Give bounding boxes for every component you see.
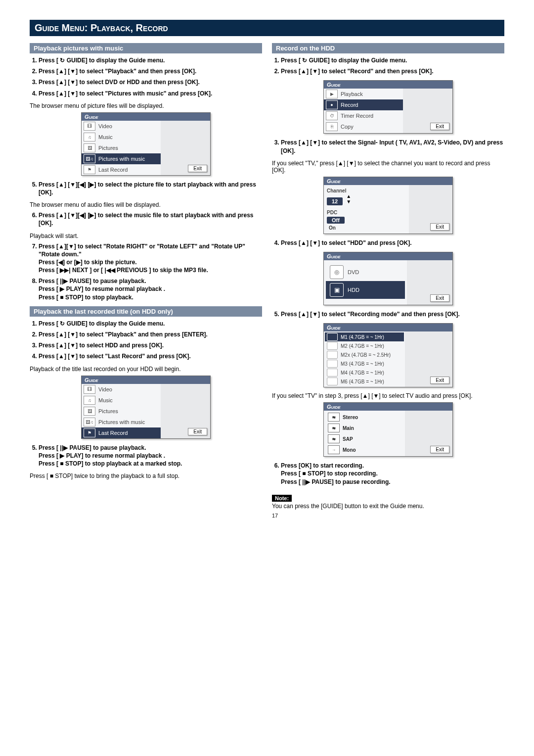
guide-panel-title: Guide — [82, 113, 210, 121]
mode-m2[interactable]: M2 (4.7GB = ~ 1Hr) — [325, 341, 404, 350]
picture-music-icon: 🖼♫ — [84, 418, 95, 426]
mode-icon — [327, 351, 338, 359]
channel-value[interactable]: 12 — [327, 197, 343, 205]
clock-icon: ⏱ — [326, 111, 338, 120]
guide-panel-mode: Guide M1 (4.7GB = ~ 1Hr) M2 (4.7GB = ~ 1… — [323, 323, 453, 387]
picture-icon: 🖼 — [84, 407, 95, 416]
guide-item-music[interactable]: ♫Music — [82, 132, 161, 142]
exit-button[interactable]: Exit — [430, 123, 449, 130]
mode-label: M2x (4.7GB = ~ 2.5Hr) — [341, 352, 391, 358]
audio-label: Main — [343, 425, 354, 431]
exit-button[interactable]: Exit — [430, 377, 449, 384]
guide-menu-list: 🎞Video ♫Music 🖼Pictures 🖼♫Pictures with … — [82, 384, 161, 438]
audio-stereo[interactable]: ⇆Stereo — [325, 412, 404, 423]
rstep-3: Press [▲] [▼] to select the Signal- Inpu… — [281, 139, 504, 154]
film-icon: 🎞 — [84, 385, 95, 394]
exit-button[interactable]: Exit — [430, 223, 449, 231]
guide-item-last-record[interactable]: ⚑Last Record — [82, 164, 161, 175]
step-6: Press [▲] [▼][◀] [▶] to select the music… — [39, 211, 262, 227]
guide-item-label: Music — [98, 397, 113, 403]
rstep-6: Press [OK] to start recording. Press [ ■… — [281, 462, 504, 486]
target-dvd[interactable]: ◎DVD — [326, 263, 405, 281]
audio-main[interactable]: ⇆Main — [325, 423, 404, 433]
picture-icon: 🖼 — [84, 143, 95, 152]
mode-m2x[interactable]: M2x (4.7GB = ~ 2.5Hr) — [325, 350, 404, 359]
guide-item-label: Playback — [341, 91, 363, 97]
music-icon: ♫ — [84, 396, 95, 405]
target-hdd[interactable]: ▣HDD — [326, 281, 405, 299]
guide-panel-title: Guide — [324, 324, 452, 331]
mode-m1[interactable]: M1 (4.7GB = ~ 1Hr) — [325, 332, 404, 341]
guide-panel-title: Guide — [324, 403, 452, 411]
audio-sap[interactable]: ⇆SAP — [325, 433, 404, 444]
exit-button[interactable]: Exit — [430, 294, 449, 302]
record-icon: ● — [326, 100, 338, 109]
guide-panel-title: Guide — [324, 177, 452, 185]
rstep-2: Press [▲] [▼] to select "Record" and the… — [281, 67, 504, 75]
guide-item-pictures[interactable]: 🖼Pictures — [82, 142, 161, 153]
guide-panel-target: Guide ◎DVD ▣HDD Exit — [323, 252, 453, 305]
guide-menu-list: ▶Playback ●Record ⏱Timer Record ⎘Copy — [324, 89, 403, 133]
guide-item-music[interactable]: ♫Music — [82, 395, 161, 406]
section-header-last-recorded: Playback the last recorded title (on HDD… — [30, 306, 262, 317]
guide-item-timer-record[interactable]: ⏱Timer Record — [324, 110, 403, 121]
exit-button[interactable]: Exit — [188, 165, 207, 172]
step2-2: Press [▲] [▼] to select "Playback" and t… — [39, 331, 262, 338]
rstep-5: Press [▲] [▼] to select "Recording mode"… — [281, 310, 504, 318]
spinner-icon[interactable]: ▲▼ — [346, 193, 351, 204]
guide-item-playback[interactable]: ▶Playback — [324, 89, 403, 99]
guide-item-label: Video — [98, 123, 112, 129]
step-3: Press [▲] [▼] to select DVD or HDD and t… — [39, 78, 262, 86]
guide-item-label: Pictures — [98, 408, 118, 414]
audio-mono[interactable]: →Mono — [325, 444, 404, 455]
guide-item-label: Last Record — [98, 430, 128, 436]
step-7: Press [▲][▼] to select "Rotate RIGHT" or… — [39, 242, 262, 275]
film-icon: 🎞 — [84, 122, 95, 131]
step2-4: Press [▲] [▼] to select "Last Record" an… — [39, 352, 262, 360]
guide-item-label: Copy — [341, 124, 354, 130]
target-label: HDD — [348, 287, 359, 293]
audio-list: ⇆Stereo ⇆Main ⇆SAP →Mono — [324, 411, 405, 456]
step-8: Press [ ||▶ PAUSE] to pause playback. Pr… — [39, 277, 262, 301]
disc-icon: ◎ — [330, 265, 344, 279]
guide-panel-audio: Guide ⇆Stereo ⇆Main ⇆SAP →Mono Exit — [323, 402, 453, 457]
mode-m3[interactable]: M3 (4.7GB = ~ 1Hr) — [325, 359, 404, 368]
step-4: Press [▲] [▼] to select "Pictures with m… — [39, 90, 262, 97]
exit-button[interactable]: Exit — [188, 428, 207, 435]
step-6-note: Playback will start. — [30, 233, 262, 239]
guide-item-video[interactable]: 🎞Video — [82, 384, 161, 395]
music-icon: ♫ — [84, 133, 95, 142]
guide-item-last-record[interactable]: ⚑Last Record — [82, 427, 161, 438]
mode-m6[interactable]: M6 (4.7GB = ~ 1Hr) — [325, 377, 404, 386]
guide-panel-title: Guide — [82, 376, 210, 384]
note-text: You can press the [GUIDE] button to exit… — [272, 503, 504, 510]
mode-label: M6 (4.7GB = ~ 1Hr) — [341, 379, 384, 384]
target-label: DVD — [348, 269, 359, 275]
step-2: Press [▲] [▼] to select "Playback" and t… — [39, 67, 262, 75]
guide-item-copy[interactable]: ⎘Copy — [324, 121, 403, 132]
mode-m4[interactable]: M4 (4.7GB = ~ 1Hr) — [325, 368, 404, 377]
right-column: Record on the HDD Press [ ↻ GUIDE] to di… — [272, 40, 504, 519]
mode-icon — [327, 360, 338, 368]
audio-label: Mono — [343, 447, 356, 453]
guide-item-record[interactable]: ●Record — [324, 99, 403, 110]
guide-item-pictures-music[interactable]: 🖼♫Pictures with music — [82, 417, 161, 427]
guide-item-pictures[interactable]: 🖼Pictures — [82, 406, 161, 417]
guide-panel-title: Guide — [324, 252, 452, 260]
mode-list: M1 (4.7GB = ~ 1Hr) M2 (4.7GB = ~ 1Hr) M2… — [324, 331, 405, 387]
mode-label: M2 (4.7GB = ~ 1Hr) — [341, 343, 384, 349]
guide-panel-channel: Guide Channel 12 ▲▼ PDC Off On Exit — [323, 177, 453, 234]
two-column-layout: Playback pictures with music Press [ ↻ G… — [30, 40, 504, 519]
channel-label: Channel — [327, 188, 406, 193]
rstep-1: Press [ ↻ GUIDE] to display the Guide me… — [281, 56, 504, 64]
exit-button[interactable]: Exit — [430, 446, 449, 453]
pdc-off[interactable]: Off — [327, 217, 345, 224]
step-1: Press [ ↻ GUIDE] to display the Guide me… — [39, 56, 262, 64]
step-4-note: The browser menu of picture files will b… — [30, 102, 262, 109]
guide-item-video[interactable]: 🎞Video — [82, 121, 161, 132]
pdc-on[interactable]: On — [327, 225, 406, 231]
mono-icon: → — [328, 445, 340, 454]
section-header-playback-music: Playback pictures with music — [30, 43, 262, 53]
guide-panel-last-record: Guide 🎞Video ♫Music 🖼Pictures 🖼♫Pictures… — [81, 376, 211, 439]
guide-item-pictures-music[interactable]: 🖼♫Pictures with music — [82, 153, 161, 164]
